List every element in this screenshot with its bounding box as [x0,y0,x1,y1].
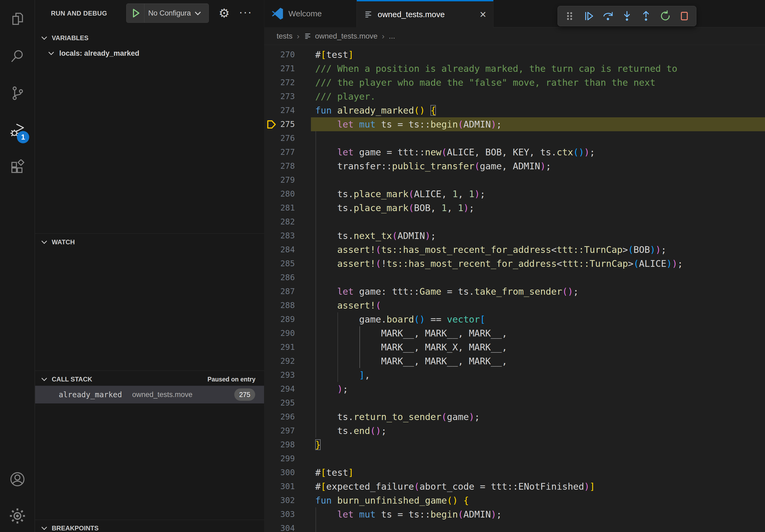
code-text[interactable]: let game = ttt::new(ALICE, BOB, KEY, ts.… [311,145,765,159]
code-text[interactable]: /// the player who made the "false" move… [311,76,765,90]
code-line-295[interactable]: 295 [264,396,765,410]
code-line-289[interactable]: 289 game.board() == vector[ [264,312,765,326]
gutter-line-286[interactable]: 286 [264,271,311,285]
gutter-line-270[interactable]: 270 [264,48,311,62]
gutter-line-279[interactable]: 279 [264,173,311,187]
code-line-297[interactable]: 297 ts.end(); [264,424,765,438]
code-text[interactable]: assert!( [311,298,765,312]
code-line-304[interactable]: 304 [264,521,765,532]
code-text[interactable]: game.board() == vector[ [311,312,765,326]
code-text[interactable]: ts.place_mark(BOB, 1, 1); [311,201,765,215]
watch-section-header[interactable]: WATCH [35,235,264,249]
variables-section-header[interactable]: VARIABLES [35,31,264,45]
gutter-line-299[interactable]: 299 [264,452,311,465]
gutter-line-278[interactable]: 278 [264,159,311,173]
code-text[interactable]: ts.return_to_sender(game); [311,410,765,424]
code-line-270[interactable]: 270#[test] [264,48,765,62]
gutter-line-284[interactable]: 284 [264,243,311,257]
code-text[interactable]: fun burn_unfinished_game() { [311,493,765,507]
continue-button[interactable] [581,9,596,24]
code-text[interactable]: #[test] [311,48,765,62]
settings-gear-icon[interactable] [0,501,35,531]
gutter-line-276[interactable]: 276 [264,131,311,145]
gutter-line-277[interactable]: 277 [264,145,311,159]
code-line-292[interactable]: 292 MARK__, MARK__, MARK__, [264,354,765,368]
gutter-line-289[interactable]: 289 [264,312,311,326]
gutter-line-297[interactable]: 297 [264,424,311,438]
code-line-281[interactable]: 281 ts.place_mark(BOB, 1, 1); [264,201,765,215]
step-over-button[interactable] [600,9,615,24]
breadcrumb-symbol[interactable]: ... [389,32,395,40]
code-text[interactable] [311,131,765,145]
gutter-line-290[interactable]: 290 [264,326,311,340]
gutter-line-273[interactable]: 273 [264,90,311,104]
code-text[interactable]: assert!(!ts::has_most_recent_for_address… [311,257,765,271]
gutter-line-291[interactable]: 291 [264,340,311,354]
code-line-300[interactable]: 300#[test] [264,465,765,479]
code-text[interactable]: ], [311,368,765,382]
explorer-icon[interactable] [0,4,35,34]
gutter-line-301[interactable]: 301 [264,479,311,493]
code-line-286[interactable]: 286 [264,271,765,285]
gutter-line-280[interactable]: 280 [264,187,311,201]
gutter-line-271[interactable]: 271 [264,62,311,76]
code-line-279[interactable]: 279 [264,173,765,187]
gutter-line-282[interactable]: 282 [264,215,311,229]
gutter-line-285[interactable]: 285 [264,257,311,271]
call-stack-frame-row[interactable]: already_marked owned_tests.move 275 [35,386,264,403]
code-line-274[interactable]: 274fun already_marked() { [264,104,765,117]
gutter-line-287[interactable]: 287 [264,285,311,298]
gutter-line-292[interactable]: 292 [264,354,311,368]
gutter-line-295[interactable]: 295 [264,396,311,410]
code-line-294[interactable]: 294 ); [264,382,765,396]
code-line-278[interactable]: 278 transfer::public_transfer(game, ADMI… [264,159,765,173]
code-text[interactable]: let game: ttt::Game = ts.take_from_sende… [311,285,765,298]
gutter-line-298[interactable]: 298 [264,438,311,452]
code-line-284[interactable]: 284 assert!(ts::has_most_recent_for_addr… [264,243,765,257]
start-debugging-icon[interactable] [130,8,141,19]
code-line-299[interactable]: 299 [264,452,765,465]
breadcrumb-tests[interactable]: tests [277,32,293,40]
code-line-303[interactable]: 303 let mut ts = ts::begin(ADMIN); [264,507,765,521]
code-text[interactable]: MARK__, MARK_X, MARK__, [311,340,765,354]
code-text[interactable]: fun already_marked() { [311,104,765,117]
code-line-271[interactable]: 271/// When a position is already marked… [264,62,765,76]
code-text[interactable] [311,396,765,410]
gutter-line-283[interactable]: 283 [264,229,311,243]
code-line-273[interactable]: 273/// player. [264,90,765,104]
call-stack-section-header[interactable]: CALL STACK Paused on entry [35,372,264,386]
close-tab-icon[interactable]: × [479,9,486,20]
code-text[interactable]: MARK__, MARK__, MARK__, [311,326,765,340]
debug-settings-gear-icon[interactable]: ⚙ [215,4,233,22]
code-line-275[interactable]: 275 let mut ts = ts::begin(ADMIN); [264,117,765,131]
code-line-293[interactable]: 293 ], [264,368,765,382]
gutter-line-275[interactable]: 275 [264,117,311,131]
step-out-button[interactable] [638,9,653,24]
breadcrumb-file[interactable]: owned_tests.move [315,32,378,40]
gutter-line-281[interactable]: 281 [264,201,311,215]
code-line-291[interactable]: 291 MARK__, MARK_X, MARK__, [264,340,765,354]
gutter-line-296[interactable]: 296 [264,410,311,424]
code-text[interactable]: #[test] [311,465,765,479]
gutter-line-304[interactable]: 304 [264,521,311,532]
code-area[interactable]: 270#[test]271/// When a position is alre… [264,45,765,532]
code-text[interactable]: assert!(ts::has_most_recent_for_address<… [311,243,765,257]
gutter-line-300[interactable]: 300 [264,465,311,479]
code-line-298[interactable]: 298} [264,438,765,452]
gutter-line-272[interactable]: 272 [264,76,311,90]
step-into-button[interactable] [619,9,634,24]
tab-owned-tests[interactable]: owned_tests.move × [357,0,493,27]
source-control-icon[interactable] [0,78,35,108]
launch-configuration-dropdown[interactable]: No Configura [126,3,209,23]
run-and-debug-icon[interactable] [0,115,35,145]
code-text[interactable]: transfer::public_transfer(game, ADMIN); [311,159,765,173]
code-line-288[interactable]: 288 assert!( [264,298,765,312]
toolbar-drag-grip[interactable] [562,9,577,24]
stop-button[interactable] [677,9,692,24]
locals-scope-item[interactable]: locals: already_marked [35,46,264,61]
gutter-line-303[interactable]: 303 [264,507,311,521]
code-line-276[interactable]: 276 [264,131,765,145]
code-text[interactable]: let mut ts = ts::begin(ADMIN); [311,117,765,131]
code-line-301[interactable]: 301#[expected_failure(abort_code = ttt::… [264,479,765,493]
code-text[interactable]: #[expected_failure(abort_code = ttt::ENo… [311,479,765,493]
